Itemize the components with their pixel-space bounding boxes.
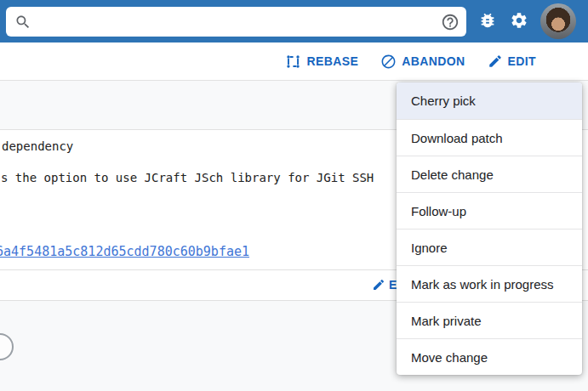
abandon-label: ABANDON <box>402 54 465 68</box>
edit-pencil-icon <box>372 278 385 292</box>
edit-label: EDIT <box>508 54 537 68</box>
search-icon <box>14 14 31 31</box>
menu-item-follow-up[interactable]: Follow-up <box>397 192 582 229</box>
abandon-icon <box>380 54 397 70</box>
avatar-placeholder-circle <box>0 333 14 360</box>
user-avatar[interactable] <box>540 3 576 39</box>
menu-item-delete-change[interactable]: Delete change <box>397 156 582 192</box>
menu-item-cherry-pick[interactable]: Cherry pick <box>397 82 582 119</box>
search-input[interactable] <box>31 15 441 29</box>
gerrit-change-screen: REBASE ABANDON EDIT <box>0 0 588 391</box>
menu-item-mark-private[interactable]: Mark private <box>397 302 582 338</box>
menu-item-ignore[interactable]: Ignore <box>397 229 582 265</box>
help-icon[interactable] <box>441 13 460 31</box>
commit-sha-link[interactable]: 6a4f5481a5c812d65cdd780c60b9bfae1 <box>0 244 249 259</box>
commit-subject-fragment: dependency <box>2 139 73 153</box>
edit-button[interactable]: EDIT <box>488 54 537 69</box>
abandon-button[interactable]: ABANDON <box>380 54 465 70</box>
settings-icon[interactable] <box>510 11 528 30</box>
commit-body-fragment: s the option to use JCraft JSch library … <box>1 171 374 184</box>
rebase-label: REBASE <box>306 54 358 68</box>
rebase-icon <box>285 54 301 70</box>
search-bar[interactable] <box>6 7 466 37</box>
menu-item-download-patch[interactable]: Download patch <box>397 119 582 156</box>
overflow-menu: Cherry pickDownload patchDelete changeFo… <box>397 82 582 375</box>
edit-pencil-icon <box>488 54 503 69</box>
rebase-button[interactable]: REBASE <box>285 54 358 70</box>
app-header <box>0 0 588 43</box>
menu-item-mark-as-work-in-progress[interactable]: Mark as work in progress <box>397 265 582 302</box>
change-action-bar: REBASE ABANDON EDIT <box>0 42 588 80</box>
menu-item-move-change[interactable]: Move change <box>397 338 582 375</box>
bug-report-icon[interactable] <box>478 11 497 30</box>
action-buttons: REBASE ABANDON EDIT <box>285 42 536 80</box>
